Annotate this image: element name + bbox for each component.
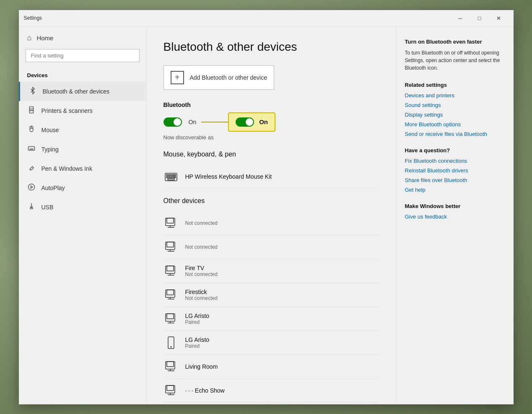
sidebar-usb-label: USB bbox=[42, 204, 54, 211]
question-link-0[interactable]: Fix Bluetooth connections bbox=[405, 158, 505, 164]
search-input[interactable] bbox=[26, 49, 140, 62]
sidebar-item-autoplay[interactable]: AutoPlay bbox=[19, 178, 146, 198]
bluetooth-toggle[interactable] bbox=[163, 117, 182, 127]
sidebar-item-mouse[interactable]: Mouse bbox=[19, 120, 146, 140]
device-item-lgaristo1[interactable]: LG Aristo Paired bbox=[163, 307, 379, 331]
firestick-status: Not connected bbox=[185, 295, 379, 301]
device-icon-lgaristo2 bbox=[163, 335, 179, 350]
svg-rect-1 bbox=[29, 109, 33, 110]
device-icon-1 bbox=[163, 240, 179, 255]
usb-icon bbox=[27, 203, 36, 212]
svg-rect-23 bbox=[174, 174, 176, 176]
tip-desc: To turn Bluetooth on or off without open… bbox=[405, 49, 505, 72]
settings-window: Settings ─ □ ✕ ⌂ Home Devices bbox=[19, 10, 514, 404]
window-title: Settings bbox=[24, 15, 451, 21]
device-status-1: Not connected bbox=[185, 244, 379, 250]
svg-rect-24 bbox=[166, 177, 168, 178]
related-link-4[interactable]: Send or receive files via Bluetooth bbox=[405, 131, 505, 137]
toggle-highlight-switch[interactable] bbox=[236, 117, 254, 127]
sidebar-autoplay-label: AutoPlay bbox=[42, 185, 65, 191]
firestick-name: Firestick bbox=[185, 289, 379, 295]
device-item-firetv[interactable]: Fire TV Not connected bbox=[163, 259, 379, 283]
search-container bbox=[26, 49, 140, 62]
discoverable-text: Now discoverable as bbox=[163, 134, 379, 141]
device-item-echoshow[interactable]: · · · Echo Show bbox=[163, 379, 379, 403]
svg-rect-39 bbox=[167, 266, 174, 271]
page-title: Bluetooth & other devices bbox=[163, 40, 379, 54]
svg-rect-43 bbox=[167, 290, 174, 295]
sidebar-section-title: Devices bbox=[19, 69, 146, 82]
toggle-highlight-knob bbox=[246, 118, 253, 126]
device-item-firestick[interactable]: Firestick Not connected bbox=[163, 283, 379, 307]
home-icon: ⌂ bbox=[27, 34, 32, 42]
add-device-button[interactable]: + Add Bluetooth or other device bbox=[163, 65, 274, 90]
keyboard-device-item[interactable]: HP Wireless Keyboard Mouse Kit bbox=[163, 165, 379, 189]
home-label: Home bbox=[36, 34, 53, 42]
svg-rect-27 bbox=[173, 177, 174, 178]
device-icon-firestick bbox=[163, 287, 179, 302]
question-link-3[interactable]: Get help bbox=[405, 187, 505, 193]
device-item-lgaristo2[interactable]: LG Aristo Paired bbox=[163, 331, 379, 355]
sidebar-item-home[interactable]: ⌂ Home bbox=[19, 27, 146, 49]
maximize-button[interactable]: □ bbox=[470, 10, 489, 27]
sidebar-item-bluetooth[interactable]: Bluetooth & other devices bbox=[19, 82, 146, 101]
related-link-3[interactable]: More Bluetooth options bbox=[405, 121, 505, 128]
question-link-1[interactable]: Reinstall Bluetooth drivers bbox=[405, 167, 505, 174]
feedback-title: Make Windows better bbox=[405, 203, 505, 209]
svg-rect-35 bbox=[167, 242, 174, 247]
device-icon-firetv bbox=[163, 263, 179, 279]
related-link-1[interactable]: Sound settings bbox=[405, 102, 505, 108]
mouse-keyboard-title: Mouse, keyboard, & pen bbox=[163, 151, 379, 158]
keyboard-device-info: HP Wireless Keyboard Mouse Kit bbox=[185, 173, 379, 180]
svg-point-13 bbox=[28, 184, 34, 190]
svg-line-12 bbox=[32, 167, 34, 168]
svg-rect-0 bbox=[29, 110, 33, 113]
lgaristo1-name: LG Aristo bbox=[185, 312, 379, 319]
keyboard-device-name: HP Wireless Keyboard Mouse Kit bbox=[185, 173, 379, 180]
sidebar-item-typing[interactable]: Typing bbox=[19, 140, 146, 159]
lgaristo2-name: LG Aristo bbox=[185, 336, 379, 343]
related-link-0[interactable]: Devices and printers bbox=[405, 92, 505, 99]
svg-rect-6 bbox=[28, 146, 34, 150]
sidebar-item-pen[interactable]: Pen & Windows Ink bbox=[19, 159, 146, 178]
svg-rect-22 bbox=[173, 174, 174, 176]
svg-rect-57 bbox=[167, 385, 174, 391]
svg-rect-21 bbox=[171, 174, 172, 176]
svg-rect-19 bbox=[166, 174, 168, 176]
sidebar-mouse-label: Mouse bbox=[42, 127, 59, 133]
svg-marker-14 bbox=[31, 186, 33, 188]
sidebar-bluetooth-label: Bluetooth & other devices bbox=[43, 88, 110, 95]
device-item-livingroom[interactable]: Living Room bbox=[163, 355, 379, 379]
pen-icon bbox=[27, 164, 36, 173]
content-area: ⌂ Home Devices Bluetooth & other devices bbox=[19, 27, 514, 404]
lgaristo1-status: Paired bbox=[185, 319, 379, 325]
feedback-link-0[interactable]: Give us feedback bbox=[405, 214, 505, 220]
titlebar: Settings ─ □ ✕ bbox=[19, 10, 514, 27]
bluetooth-section: Bluetooth On bbox=[163, 102, 379, 141]
sidebar-item-usb[interactable]: USB bbox=[19, 198, 146, 217]
device-icon-0 bbox=[163, 216, 179, 231]
close-button[interactable]: ✕ bbox=[489, 10, 509, 27]
related-link-2[interactable]: Display settings bbox=[405, 112, 505, 118]
add-device-label: Add Bluetooth or other device bbox=[190, 74, 267, 81]
sidebar-pen-label: Pen & Windows Ink bbox=[42, 165, 92, 172]
printer-icon bbox=[27, 106, 36, 115]
device-item-1[interactable]: Not connected bbox=[163, 235, 379, 259]
sidebar-item-printers[interactable]: Printers & scanners bbox=[19, 101, 146, 120]
device-icon-livingroom bbox=[163, 359, 179, 374]
sidebar-typing-label: Typing bbox=[42, 146, 59, 153]
svg-rect-28 bbox=[174, 177, 176, 178]
other-devices-section: Other devices Not connected bbox=[163, 197, 379, 403]
sidebar: ⌂ Home Devices Bluetooth & other devices bbox=[19, 27, 147, 404]
typing-icon bbox=[27, 145, 36, 154]
minimize-button[interactable]: ─ bbox=[451, 10, 470, 27]
right-panel: Turn on Bluetooth even faster To turn Bl… bbox=[396, 27, 514, 404]
question-link-2[interactable]: Share files over Bluetooth bbox=[405, 177, 505, 183]
svg-rect-15 bbox=[30, 208, 33, 209]
bluetooth-section-label: Bluetooth bbox=[163, 102, 379, 108]
svg-rect-29 bbox=[168, 179, 174, 180]
device-item-0[interactable]: Not connected bbox=[163, 211, 379, 235]
keyboard-device-icon bbox=[163, 169, 179, 184]
bluetooth-icon bbox=[29, 87, 37, 96]
autoplay-icon bbox=[27, 183, 36, 193]
